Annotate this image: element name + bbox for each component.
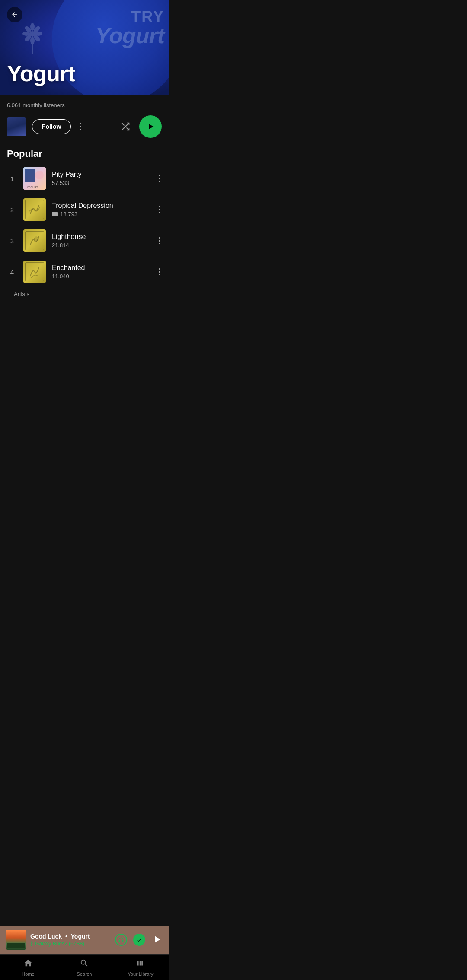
shuffle-button[interactable] [118, 119, 133, 134]
artist-avatar [7, 117, 26, 136]
artist-link-text: Artists [7, 287, 162, 301]
artist-info-section: 6.061 monthly listeners Follow [0, 95, 169, 138]
back-button[interactable] [7, 7, 22, 22]
track-meta: 57.533 [52, 180, 151, 186]
artist-avatar-image [7, 117, 26, 136]
track-info: Enchanted 11.040 [52, 264, 151, 280]
svg-point-10 [34, 237, 38, 241]
track-number: 3 [7, 237, 17, 245]
pity-party-album-art: YOGURT [23, 167, 46, 190]
track-more-icon [159, 268, 160, 276]
enchanted-album-art [23, 261, 46, 283]
more-options-icon [80, 123, 81, 130]
track-thumbnail [23, 198, 46, 221]
track-meta: E 18.793 [52, 211, 151, 217]
track-meta: 21.814 [52, 242, 151, 248]
track-more-button[interactable] [157, 267, 162, 277]
track-thumbnail: YOGURT [23, 167, 46, 190]
more-options-button[interactable] [77, 121, 84, 132]
tropical-depression-album-art [23, 198, 46, 221]
track-more-button[interactable] [157, 235, 162, 246]
track-name: Pity Party [52, 171, 151, 178]
track-thumbnail [23, 261, 46, 283]
hero-flower-decoration [17, 22, 48, 58]
track-name: Lighthouse [52, 233, 151, 241]
artist-name-title: Yogurt [7, 60, 75, 86]
follow-button[interactable]: Follow [32, 119, 71, 134]
track-info: Pity Party 57.533 [52, 171, 151, 186]
track-meta: 11.040 [52, 273, 151, 280]
track-more-icon [159, 237, 160, 245]
track-plays: 21.814 [52, 242, 69, 248]
track-number: 2 [7, 206, 17, 213]
track-name: Tropical Depression [52, 202, 151, 210]
track-more-button[interactable] [157, 204, 162, 215]
track-number: 1 [7, 175, 17, 182]
track-more-button[interactable] [157, 173, 162, 184]
track-info: Lighthouse 21.814 [52, 233, 151, 248]
track-thumbnail [23, 229, 46, 252]
artist-controls-row: Follow [7, 115, 162, 138]
track-name: Enchanted [52, 264, 151, 272]
popular-section: Popular 1 YOGURT Pity Party 57.533 2 [0, 148, 169, 301]
track-row[interactable]: 1 YOGURT Pity Party 57.533 [7, 163, 162, 194]
track-plays: 57.533 [52, 180, 69, 186]
hero-overlay-text: TRY Yogurt [95, 8, 164, 48]
svg-point-1 [30, 23, 35, 31]
track-row[interactable]: 2 Tropical Depression E 18.793 [7, 194, 162, 225]
play-button[interactable] [139, 115, 162, 138]
track-more-icon [159, 175, 160, 182]
track-row[interactable]: 4 Enchanted 11.040 [7, 256, 162, 287]
hero-section: TRY Yogurt Yogurt [0, 0, 169, 95]
popular-section-title: Popular [7, 148, 162, 159]
track-number: 4 [7, 268, 17, 276]
track-info: Tropical Depression E 18.793 [52, 202, 151, 217]
track-more-icon [159, 206, 160, 213]
explicit-badge: E [52, 212, 58, 216]
track-plays: 18.793 [60, 211, 77, 217]
track-row[interactable]: 3 Lighthouse 21.814 [7, 225, 162, 256]
track-plays: 11.040 [52, 273, 69, 280]
monthly-listeners-text: 6.061 monthly listeners [7, 102, 162, 108]
lighthouse-album-art [23, 229, 46, 252]
